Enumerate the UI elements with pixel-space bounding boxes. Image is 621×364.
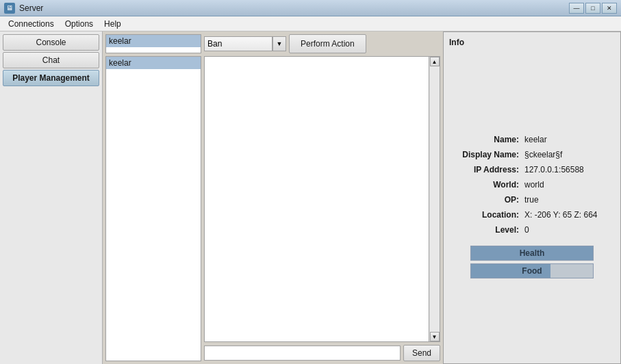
ip-value: 127.0.0.1:56588	[524, 165, 584, 174]
chat-log-content	[205, 57, 440, 341]
scroll-up-arrow[interactable]: ▲	[430, 57, 440, 66]
action-dropdown-button[interactable]: ▼	[273, 36, 286, 51]
window-controls: — □ ✕	[569, 3, 617, 14]
player-list-entry[interactable]: keelar	[106, 57, 201, 69]
chat-input[interactable]	[204, 346, 401, 361]
chat-log[interactable]: ▲ ▼	[204, 56, 440, 342]
menu-bar: Connections Options Help	[0, 16, 621, 31]
middle-panel: keelar ▲ ▼ Send	[105, 56, 440, 361]
progress-bars: Health Food	[449, 246, 615, 278]
player-list-item[interactable]: keelar	[106, 35, 201, 47]
info-row-display-name: Display Name: §ckeelar§f	[449, 150, 615, 159]
action-select-container: Ban ▼	[204, 34, 286, 53]
world-value: world	[524, 180, 544, 190]
display-name-label: Display Name:	[449, 150, 524, 159]
minimize-button[interactable]: —	[569, 3, 584, 14]
menu-options[interactable]: Options	[60, 18, 99, 30]
chat-input-row: Send	[204, 345, 440, 361]
menu-help[interactable]: Help	[99, 18, 127, 30]
maximize-button[interactable]: □	[585, 3, 600, 14]
chat-scrollbar[interactable]: ▲ ▼	[429, 57, 440, 341]
info-row-world: World: world	[449, 180, 615, 190]
chat-panel: ▲ ▼ Send	[204, 56, 440, 361]
food-bar: Food	[470, 263, 594, 278]
info-row-op: OP: true	[449, 195, 615, 205]
op-value: true	[524, 195, 539, 205]
close-button[interactable]: ✕	[602, 3, 617, 14]
player-action-row: keelar Ban ▼ Perform Action	[105, 34, 440, 53]
main-container: Console Chat Player Management keelar Ba…	[0, 31, 621, 364]
sidebar-item-player-management[interactable]: Player Management	[3, 70, 99, 86]
food-bar-label: Food	[522, 266, 542, 276]
info-row-location: Location: X: -206 Y: 65 Z: 664	[449, 210, 615, 220]
window-title: Server	[19, 3, 569, 13]
info-panel-header: Info	[449, 38, 615, 50]
name-label: Name:	[449, 135, 524, 144]
level-value: 0	[524, 225, 529, 235]
perform-action-button[interactable]: Perform Action	[289, 34, 366, 53]
info-content: Name: keelar Display Name: §ckeelar§f IP…	[449, 55, 615, 358]
location-value: X: -206 Y: 65 Z: 664	[524, 210, 598, 220]
content-area: keelar Ban ▼ Perform Action keelar	[103, 31, 443, 364]
scroll-track	[430, 66, 440, 332]
ip-label: IP Address:	[449, 165, 524, 174]
info-panel: Info Name: keelar Display Name: §ckeelar…	[443, 31, 621, 364]
action-select-display: Ban	[204, 36, 273, 51]
players-scroll[interactable]: keelar	[106, 57, 201, 361]
info-row-name: Name: keelar	[449, 135, 615, 144]
level-label: Level:	[449, 225, 524, 235]
sidebar: Console Chat Player Management	[0, 31, 103, 364]
players-panel: keelar	[105, 56, 201, 361]
sidebar-item-console[interactable]: Console	[3, 34, 99, 51]
health-bar-label: Health	[520, 248, 545, 258]
player-list-container: keelar	[105, 34, 201, 53]
info-row-ip: IP Address: 127.0.0.1:56588	[449, 165, 615, 174]
sidebar-item-chat[interactable]: Chat	[3, 52, 99, 68]
op-label: OP:	[449, 195, 524, 205]
location-label: Location:	[449, 210, 524, 220]
menu-connections[interactable]: Connections	[3, 18, 60, 30]
chevron-down-icon: ▼	[277, 40, 283, 47]
send-button[interactable]: Send	[403, 345, 440, 361]
title-bar: 🖥 Server — □ ✕	[0, 0, 621, 16]
window-icon: 🖥	[4, 3, 15, 14]
world-label: World:	[449, 180, 524, 190]
health-bar: Health	[470, 246, 594, 261]
scroll-down-arrow[interactable]: ▼	[430, 332, 440, 341]
info-row-level: Level: 0	[449, 225, 615, 235]
display-name-value: §ckeelar§f	[524, 150, 562, 159]
name-value: keelar	[524, 135, 547, 144]
